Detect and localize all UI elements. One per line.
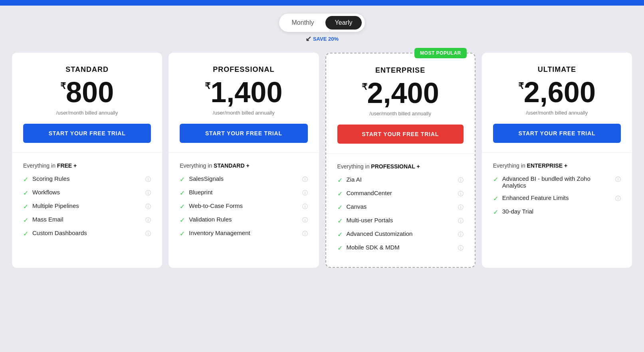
currency-symbol: ₹ — [518, 82, 524, 91]
feature-item: ✓ Enhanced Feature Limits ⓘ — [493, 194, 621, 202]
plan-card-ultimate: ULTIMATE ₹ 2,600 /user/month billed annu… — [482, 53, 632, 268]
feature-item: ✓ 30-day Trial — [493, 208, 621, 216]
top-bar — [0, 0, 644, 6]
cta-button-standard[interactable]: START YOUR FREE TRIAL — [23, 124, 151, 143]
billing-toggle-section: Monthly Yearly ↙ SAVE 20% — [12, 14, 632, 43]
info-icon[interactable]: ⓘ — [302, 190, 308, 197]
feature-item: ✓ Mass Email ⓘ — [23, 216, 151, 224]
check-icon: ✓ — [180, 176, 185, 183]
save-text: SAVE 20% — [313, 36, 339, 42]
feature-text: CommandCenter — [347, 190, 454, 196]
yearly-toggle[interactable]: Yearly — [325, 16, 362, 30]
feature-item: ✓ Multi-user Portals ⓘ — [337, 217, 464, 225]
price-amount: 2,600 — [524, 78, 596, 107]
cta-button-professional[interactable]: START YOUR FREE TRIAL — [180, 124, 307, 143]
check-icon: ✓ — [337, 204, 343, 211]
features-intro: Everything in FREE + — [23, 162, 151, 169]
info-icon[interactable]: ⓘ — [458, 190, 464, 198]
monthly-toggle[interactable]: Monthly — [282, 16, 324, 30]
feature-text: Validation Rules — [189, 216, 298, 223]
features-intro: Everything in STANDARD + — [180, 162, 307, 169]
feature-text: Enhanced Feature Limits — [502, 194, 611, 201]
feature-item: ✓ Custom Dashboards ⓘ — [23, 229, 151, 237]
info-icon[interactable]: ⓘ — [458, 218, 464, 225]
check-icon: ✓ — [23, 216, 28, 224]
feature-text: Multiple Pipelines — [32, 202, 141, 209]
billing-note: /user/month billed annually — [337, 111, 464, 117]
info-icon[interactable]: ⓘ — [145, 230, 151, 237]
check-icon: ✓ — [180, 203, 185, 210]
check-icon: ✓ — [23, 189, 28, 197]
plan-name-professional: PROFESSIONAL — [180, 65, 307, 74]
cta-button-ultimate[interactable]: START YOUR FREE TRIAL — [493, 124, 621, 143]
billing-note: /user/month billed annually — [180, 110, 307, 116]
feature-item: ✓ Workflows ⓘ — [23, 189, 151, 197]
info-icon[interactable]: ⓘ — [145, 190, 151, 197]
check-icon: ✓ — [23, 203, 28, 210]
info-icon[interactable]: ⓘ — [302, 203, 308, 210]
info-icon[interactable]: ⓘ — [145, 176, 151, 183]
feature-text: Workflows — [32, 189, 141, 196]
plan-header-ultimate: ULTIMATE ₹ 2,600 /user/month billed annu… — [482, 53, 632, 153]
plan-features-ultimate: Everything in ENTERPRISE + ✓ Advanced BI… — [482, 153, 632, 268]
plan-name-standard: STANDARD — [23, 65, 151, 74]
check-icon: ✓ — [493, 176, 498, 183]
info-icon[interactable]: ⓘ — [458, 245, 464, 252]
plan-card-professional: PROFESSIONAL ₹ 1,400 /user/month billed … — [168, 53, 319, 268]
features-intro: Everything in PROFESSIONAL + — [337, 163, 464, 170]
feature-item: ✓ Zia AI ⓘ — [337, 176, 464, 184]
feature-text: Advanced Customization — [347, 230, 454, 237]
plan-features-professional: Everything in STANDARD + ✓ SalesSignals … — [168, 153, 319, 268]
feature-text: Blueprint — [189, 189, 298, 196]
plan-features-enterprise: Everything in PROFESSIONAL + ✓ Zia AI ⓘ … — [326, 154, 475, 267]
plan-header-professional: PROFESSIONAL ₹ 1,400 /user/month billed … — [168, 53, 319, 153]
feature-item: ✓ Inventory Management ⓘ — [180, 229, 307, 237]
plan-features-standard: Everything in FREE + ✓ Scoring Rules ⓘ ✓… — [12, 153, 162, 268]
info-icon[interactable]: ⓘ — [145, 217, 151, 224]
feature-item: ✓ Advanced BI - bundled with Zoho Analyt… — [493, 175, 621, 189]
currency-symbol: ₹ — [362, 83, 367, 91]
feature-item: ✓ Advanced Customization ⓘ — [337, 230, 464, 238]
plan-price-standard: ₹ 800 — [23, 78, 151, 107]
info-icon[interactable]: ⓘ — [458, 204, 464, 211]
feature-text: 30-day Trial — [502, 208, 621, 215]
billing-toggle-pill: Monthly Yearly — [279, 14, 365, 32]
check-icon: ✓ — [180, 216, 185, 224]
cta-button-enterprise[interactable]: START YOUR FREE TRIAL — [337, 125, 464, 144]
check-icon: ✓ — [337, 231, 343, 238]
plan-card-enterprise: MOST POPULAR ENTERPRISE ₹ 2,400 /user/mo… — [325, 53, 476, 268]
feature-text: Inventory Management — [189, 229, 298, 236]
info-icon[interactable]: ⓘ — [458, 231, 464, 238]
plans-grid: STANDARD ₹ 800 /user/month billed annual… — [12, 53, 632, 268]
check-icon: ✓ — [180, 189, 185, 197]
save-badge: ↙ SAVE 20% — [305, 34, 339, 43]
feature-item: ✓ SalesSignals ⓘ — [180, 175, 307, 183]
feature-text: Multi-user Portals — [347, 217, 454, 223]
info-icon[interactable]: ⓘ — [302, 230, 308, 237]
billing-note: /user/month billed annually — [493, 110, 621, 116]
info-icon[interactable]: ⓘ — [145, 203, 151, 210]
info-icon[interactable]: ⓘ — [302, 176, 308, 183]
feature-text: Mass Email — [32, 216, 141, 223]
info-icon[interactable]: ⓘ — [302, 217, 308, 224]
feature-item: ✓ Canvas ⓘ — [337, 203, 464, 211]
check-icon: ✓ — [337, 217, 343, 225]
info-icon[interactable]: ⓘ — [458, 177, 464, 184]
info-icon[interactable]: ⓘ — [615, 176, 621, 183]
check-icon: ✓ — [493, 208, 498, 216]
check-icon: ✓ — [23, 176, 28, 183]
check-icon: ✓ — [337, 244, 343, 252]
price-amount: 800 — [66, 78, 114, 107]
feature-item: ✓ Multiple Pipelines ⓘ — [23, 202, 151, 210]
check-icon: ✓ — [180, 230, 185, 237]
feature-item: ✓ Blueprint ⓘ — [180, 189, 307, 197]
feature-text: SalesSignals — [189, 175, 298, 182]
price-amount: 1,400 — [210, 78, 282, 107]
info-icon[interactable]: ⓘ — [615, 195, 621, 202]
billing-note: /user/month billed annually — [23, 110, 151, 116]
feature-text: Scoring Rules — [32, 175, 141, 182]
plan-header-enterprise: ENTERPRISE ₹ 2,400 /user/month billed an… — [326, 53, 475, 154]
feature-text: Zia AI — [347, 176, 454, 183]
check-icon: ✓ — [493, 195, 498, 202]
plan-price-enterprise: ₹ 2,400 — [337, 79, 464, 107]
